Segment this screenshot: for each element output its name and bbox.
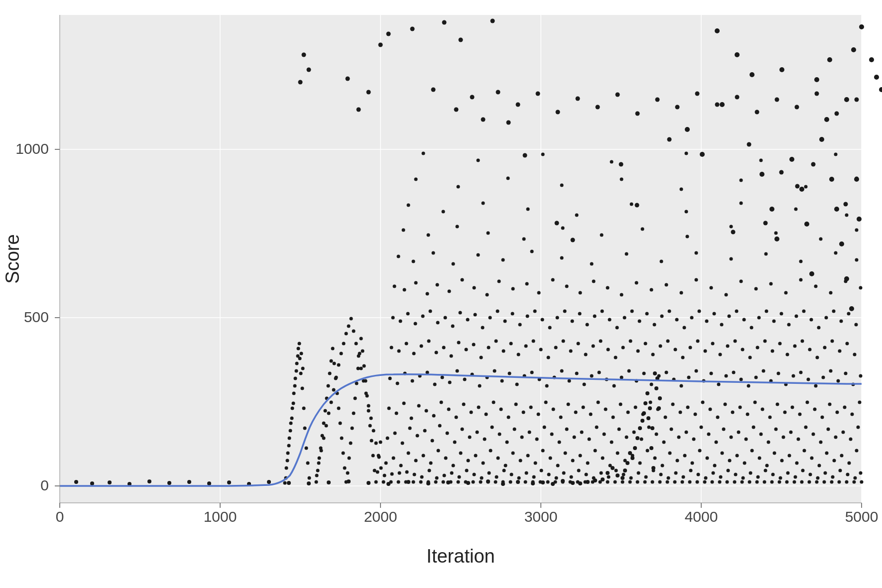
svg-point-619 — [495, 340, 498, 343]
svg-point-346 — [846, 473, 850, 476]
svg-point-270 — [763, 480, 766, 484]
svg-point-493 — [507, 416, 510, 419]
svg-point-768 — [432, 251, 435, 255]
svg-point-468 — [797, 438, 800, 441]
svg-point-180 — [370, 439, 374, 443]
svg-point-305 — [540, 469, 543, 472]
svg-point-179 — [369, 424, 372, 428]
svg-point-219 — [382, 480, 385, 484]
svg-point-812 — [740, 179, 743, 182]
svg-point-743 — [537, 291, 541, 295]
svg-point-272 — [778, 480, 781, 484]
svg-point-296 — [473, 473, 476, 476]
svg-point-756 — [725, 293, 728, 297]
svg-point-332 — [742, 476, 745, 480]
svg-point-500 — [559, 416, 563, 419]
svg-point-744 — [551, 278, 555, 282]
svg-point-233 — [487, 480, 490, 484]
svg-point-602 — [844, 372, 848, 375]
svg-point-631 — [584, 353, 588, 356]
svg-point-415 — [401, 442, 404, 445]
svg-point-582 — [695, 369, 698, 373]
svg-point-849 — [516, 103, 520, 107]
svg-point-295 — [465, 469, 469, 472]
svg-point-865 — [835, 112, 839, 116]
svg-point-366 — [511, 452, 515, 455]
svg-point-767 — [412, 260, 415, 263]
svg-point-526 — [754, 401, 757, 404]
svg-point-118 — [295, 362, 299, 365]
svg-point-489 — [477, 406, 481, 409]
svg-point-70 — [700, 152, 705, 157]
svg-point-745 — [565, 285, 569, 288]
svg-point-558 — [515, 383, 519, 386]
svg-point-612 — [442, 346, 446, 350]
svg-point-819 — [685, 152, 688, 155]
svg-point-720 — [780, 312, 783, 316]
svg-point-797 — [442, 210, 445, 214]
svg-point-713 — [728, 315, 731, 318]
svg-point-325 — [689, 469, 693, 472]
svg-point-144 — [316, 469, 320, 472]
svg-point-164 — [346, 471, 350, 475]
svg-point-600 — [829, 369, 833, 373]
svg-point-244 — [569, 480, 572, 484]
svg-point-322 — [667, 476, 670, 480]
svg-point-686 — [526, 315, 529, 318]
svg-point-174 — [361, 350, 365, 353]
svg-point-81 — [809, 271, 814, 276]
svg-point-790 — [641, 228, 644, 231]
svg-point-567 — [583, 383, 586, 386]
svg-point-761 — [799, 278, 803, 282]
svg-point-739 — [486, 293, 489, 297]
svg-point-841 — [844, 202, 848, 207]
svg-point-836 — [763, 221, 768, 226]
svg-point-385 — [653, 457, 657, 460]
svg-point-402 — [780, 459, 784, 463]
svg-point-471 — [819, 441, 823, 444]
svg-point-85 — [829, 177, 834, 182]
svg-point-529 — [776, 403, 779, 406]
svg-point-135 — [295, 369, 298, 373]
svg-point-395 — [728, 459, 732, 463]
svg-point-840 — [827, 57, 832, 62]
svg-point-94 — [874, 75, 879, 80]
svg-point-661 — [808, 348, 812, 352]
svg-point-685 — [518, 323, 522, 327]
svg-point-124 — [303, 427, 307, 430]
svg-point-286 — [398, 471, 401, 475]
svg-point-181 — [372, 454, 375, 458]
svg-point-646 — [696, 340, 700, 343]
svg-point-700 — [630, 310, 634, 313]
svg-point-497 — [537, 413, 540, 416]
svg-point-806 — [414, 178, 418, 181]
svg-point-515 — [671, 403, 675, 406]
svg-point-553 — [478, 384, 482, 388]
svg-point-514 — [664, 416, 667, 419]
svg-point-55 — [640, 419, 644, 423]
svg-point-53 — [635, 436, 639, 440]
svg-point-575 — [642, 372, 646, 375]
svg-point-240 — [539, 480, 542, 484]
svg-point-454 — [692, 438, 696, 441]
svg-point-225 — [427, 480, 430, 484]
svg-point-697 — [608, 318, 612, 322]
svg-point-642 — [666, 340, 670, 343]
svg-point-26 — [367, 481, 371, 485]
svg-point-234 — [494, 480, 498, 484]
svg-point-188 — [317, 462, 321, 465]
svg-point-291 — [435, 476, 439, 480]
svg-point-87 — [839, 241, 844, 246]
svg-point-228 — [449, 480, 453, 484]
svg-point-271 — [770, 480, 774, 484]
svg-point-77 — [779, 67, 784, 72]
svg-point-504 — [589, 413, 593, 416]
svg-point-414 — [393, 432, 397, 435]
svg-point-410 — [840, 454, 844, 458]
svg-point-370 — [541, 449, 545, 453]
svg-point-241 — [546, 480, 550, 484]
svg-point-560 — [530, 371, 534, 374]
svg-point-380 — [616, 452, 620, 455]
svg-point-443 — [610, 441, 614, 444]
svg-point-678 — [466, 318, 470, 322]
